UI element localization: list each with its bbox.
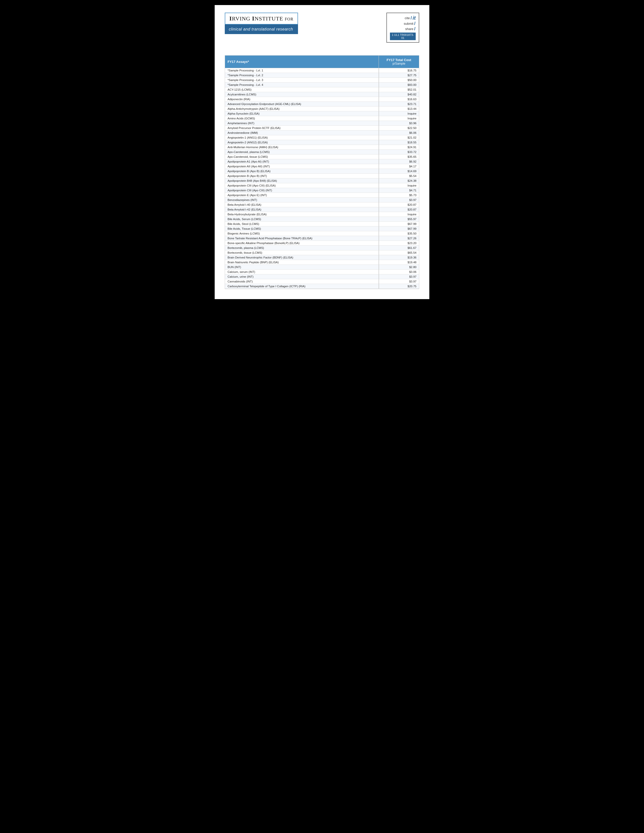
table-row: Apolipoprotein CIII (Apo CIII) (ELISA) <box>225 183 378 188</box>
table-row: Advanced Glycosylation Endproduct (AGE-C… <box>225 102 378 106</box>
table-row: ACY-1215 (LCMS) <box>225 87 378 92</box>
cost-cell: $61.67 <box>379 246 419 250</box>
cost-row: $2.80 <box>379 265 419 270</box>
table-row: Adiponectin (RIA) <box>225 97 378 102</box>
table-row: Apolipoprotein A1 (Apo AI) (INT) <box>225 159 378 164</box>
cost-row: $83.00 <box>379 82 419 87</box>
cost-row: $40.82 <box>379 92 419 97</box>
assay-cell: Apolipoprotein B48 (Apo B48) (ELISA) <box>225 178 378 183</box>
table-row: Brain Natriuretic Peptide (BNP) (ELISA) <box>225 260 378 265</box>
cost-row: $19.48 <box>379 260 419 265</box>
assay-cell: Apo-Carotenoid, plasma (LCMS) <box>225 150 378 154</box>
assay-cell: Alpha-Antichymotrypsin (AACT) (ELISA) <box>225 106 378 111</box>
logo-subtitle: clinical and translational research <box>229 27 293 31</box>
cost-cell: $3.97 <box>379 198 419 202</box>
cost-row: $33.72 <box>379 150 419 154</box>
cost-row: $24.91 <box>379 145 419 150</box>
cost-cell: $3.06 <box>379 270 419 274</box>
table-row: Amphetamines (INT) <box>225 121 378 126</box>
cost-row: $61.67 <box>379 246 419 251</box>
table-row: Acylcarnitines (LCMS) <box>225 92 378 97</box>
assay-cell: Apolipoprotein AII (Apo AII) (INT) <box>225 164 378 169</box>
table-row: Bile Acids, Serum (LCMS) <box>225 217 378 222</box>
cost-cell: $5.73 <box>379 193 419 198</box>
cost-column: FY17 Total Cost p/Sample $16.75$27.75$50… <box>379 55 419 289</box>
cost-cell: $16.75 <box>379 68 419 73</box>
cost-cell: $24.91 <box>379 145 419 150</box>
cost-row: $18.55 <box>379 140 419 145</box>
assay-cell: *Sample Processing - Lvl. 1 <box>225 68 378 73</box>
table-row: Bortezomib, plasma (LCMS) <box>225 246 378 251</box>
assay-cell: Beta-Hydroxybutyrate (ELISA) <box>225 212 378 217</box>
table-row: Apo-Carotenoid, plasma (LCMS) <box>225 150 378 154</box>
assay-cell: Beta Amyloid I-42 (ELISA) <box>225 207 378 212</box>
assay-cell: Brain Natriuretic Peptide (BNP) (ELISA) <box>225 260 378 265</box>
cost-cell: $19.48 <box>379 260 419 265</box>
cost-row: Inquire <box>379 212 419 217</box>
cost-row: $3.97 <box>379 198 419 203</box>
cost-cell: $16.63 <box>379 97 419 101</box>
table-row: Brain Derived Neurotrophic Factor (BDNF)… <box>225 255 378 260</box>
cite-grant: 1 UL1 TR001873-01 <box>390 32 416 40</box>
cost-cell: $52.01 <box>379 87 419 92</box>
cost-col-header-line1: FY17 Total Cost <box>386 58 411 62</box>
cost-cell: Inquire <box>379 116 419 121</box>
table-wrapper: FY17 Assays* *Sample Processing - Lvl. 1… <box>225 55 419 289</box>
cost-cell: $18.55 <box>379 140 419 145</box>
assay-cell: Brain Derived Neurotrophic Factor (BDNF)… <box>225 255 378 260</box>
assay-cell: Calcium, serum (INT) <box>225 270 378 274</box>
assay-cell: Bortezomib, plasma (LCMS) <box>225 246 378 250</box>
cite-line2: submit / <box>390 21 416 26</box>
cite-slash1: / <box>411 15 412 21</box>
assay-cell: Biogenic Amines (LCMS) <box>225 231 378 236</box>
cost-row: $35.50 <box>379 231 419 236</box>
table-row: Amyloid Precursor Protein ßCTF (ELISA) <box>225 126 378 130</box>
table-row: *Sample Processing - Lvl. 4 <box>225 82 378 87</box>
table-row: Bile Acids, Stool (LCMS) <box>225 222 378 227</box>
cost-row: $24.38 <box>379 178 419 183</box>
cost-cell: $40.82 <box>379 92 419 96</box>
assay-cell: Angiopoietin-1 (ANG1) (ELISA) <box>225 135 378 140</box>
cost-cell: $19.36 <box>379 255 419 260</box>
cost-row: $3.96 <box>379 121 419 126</box>
table-row: Alpha-Antichymotrypsin (AACT) (ELISA) <box>225 106 378 111</box>
assay-col-header-text: FY17 Assays* <box>227 60 249 64</box>
assay-cell: *Sample Processing - Lvl. 4 <box>225 82 378 87</box>
assay-cell: Bortezomib, tissue (LCMS) <box>225 251 378 255</box>
cost-row: $4.17 <box>379 164 419 169</box>
cost-cell: $83.00 <box>379 82 419 87</box>
cite-word1: cite <box>405 16 410 20</box>
cost-cell: $5.54 <box>379 174 419 178</box>
assay-cell: Bile Acids, Serum (LCMS) <box>225 217 378 221</box>
cost-row: $22.50 <box>379 126 419 130</box>
cost-cell: Inquire <box>379 183 419 188</box>
cost-cell: $4.17 <box>379 164 419 169</box>
cost-row: $67.99 <box>379 222 419 227</box>
cost-row: Inquire <box>379 111 419 116</box>
assay-cell: *Sample Processing - Lvl. 2 <box>225 73 378 77</box>
cost-cell: $3.96 <box>379 121 419 125</box>
table-row: Alpha-Synuclein (ELISA) <box>225 111 378 116</box>
table-row: Amino Acids (GCMS) <box>225 116 378 121</box>
cost-row: $6.06 <box>379 130 419 135</box>
cite-box: cite / it submit / share / 1 UL1 TR00187… <box>386 13 419 43</box>
content: FY17 Assays* *Sample Processing - Lvl. 1… <box>215 48 429 299</box>
cite-slash2: / <box>414 21 415 26</box>
cost-row: $4.71 <box>379 188 419 193</box>
cost-row: $16.63 <box>379 97 419 102</box>
assay-cell: Advanced Glycosylation Endproduct (AGE-C… <box>225 102 378 106</box>
cost-cell: $23.71 <box>379 102 419 106</box>
table-row: Beta Amyloid I-42 (ELISA) <box>225 207 378 212</box>
table-row: Biogenic Amines (LCMS) <box>225 231 378 236</box>
assay-cell: Bone-specific Alkaline Phosphatase (Bone… <box>225 241 378 245</box>
cost-col-header-line2: p/Sample <box>393 62 405 65</box>
cite-word2: submit <box>404 22 414 26</box>
cost-row: $67.99 <box>379 227 419 231</box>
cost-cell: $33.72 <box>379 150 419 154</box>
cost-row: $23.71 <box>379 102 419 106</box>
assay-cell: Androstenedione (IMM) <box>225 130 378 135</box>
cost-cell: $50.00 <box>379 78 419 82</box>
assay-cell: Anti-Mullerian Hormone (AMH) (ELISA) <box>225 145 378 150</box>
table-row: Apolipoprotein B (Apo B) (ELISA) <box>225 169 378 174</box>
table-row: Angiopoietin-1 (ANG1) (ELISA) <box>225 135 378 140</box>
